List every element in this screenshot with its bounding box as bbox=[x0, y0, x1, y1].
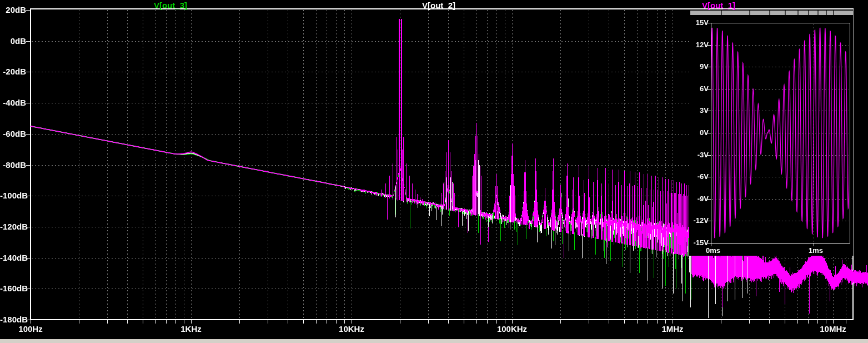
inset-y-axis-tick-label: -6V bbox=[666, 172, 709, 181]
trace-label-vout2: V[out_2] bbox=[422, 1, 455, 10]
x-axis-tick-label: 10KHz bbox=[339, 324, 364, 334]
inset-y-axis-tick-label: 6V bbox=[666, 84, 709, 93]
inset-y-axis-tick-label: 9V bbox=[666, 62, 709, 71]
y-axis-tick-label: -40dB bbox=[0, 98, 26, 107]
inset-y-axis-tick-label: 0V bbox=[666, 128, 709, 137]
fft-plot-canvas[interactable] bbox=[0, 0, 868, 343]
trace-label-vout3: V[out_3] bbox=[154, 1, 187, 10]
inset-x-axis-tick-label: 1ms bbox=[809, 246, 823, 255]
y-axis-tick-label: -180dB bbox=[0, 315, 26, 324]
y-axis-tick-label: -60dB bbox=[0, 129, 26, 138]
inset-y-axis-tick-label: -3V bbox=[666, 151, 709, 159]
x-axis-tick-label: 1KHz bbox=[180, 324, 202, 334]
x-axis-tick-label: 100Hz bbox=[18, 324, 42, 334]
y-axis-tick-label: -140dB bbox=[0, 253, 26, 262]
x-axis-tick-label: 10MHz bbox=[820, 324, 846, 334]
y-axis-tick-label: -80dB bbox=[0, 160, 26, 170]
y-axis-tick-label: -160dB bbox=[0, 284, 26, 293]
inset-y-axis-tick-label: 15V bbox=[666, 18, 709, 27]
y-axis-tick-label: -20dB bbox=[0, 67, 26, 76]
y-axis-tick-label: 20dB bbox=[0, 5, 26, 14]
inset-y-axis-tick-label: -12V bbox=[666, 216, 709, 225]
ltspice-plot-window: V[out_3] V[out_2] V[out_1] 20dB0dB-20dB-… bbox=[0, 0, 868, 343]
y-axis-tick-label: 0dB bbox=[0, 36, 26, 46]
y-axis-tick-label: -120dB bbox=[0, 222, 26, 231]
inset-y-axis-tick-label: -15V bbox=[666, 238, 709, 247]
window-bottom-edge bbox=[0, 339, 868, 343]
inset-y-axis-tick-label: 12V bbox=[666, 41, 709, 49]
x-axis-tick-label: 100KHz bbox=[497, 324, 527, 334]
inset-y-axis-tick-label: 3V bbox=[666, 106, 709, 115]
x-axis-tick-label: 1MHz bbox=[661, 324, 683, 334]
inset-x-axis-tick-label: 0ms bbox=[706, 246, 720, 255]
y-axis-tick-label: -100dB bbox=[0, 191, 26, 200]
trace-label-vout1: V[out_1] bbox=[702, 1, 735, 10]
inset-y-axis-tick-label: -9V bbox=[666, 195, 709, 203]
